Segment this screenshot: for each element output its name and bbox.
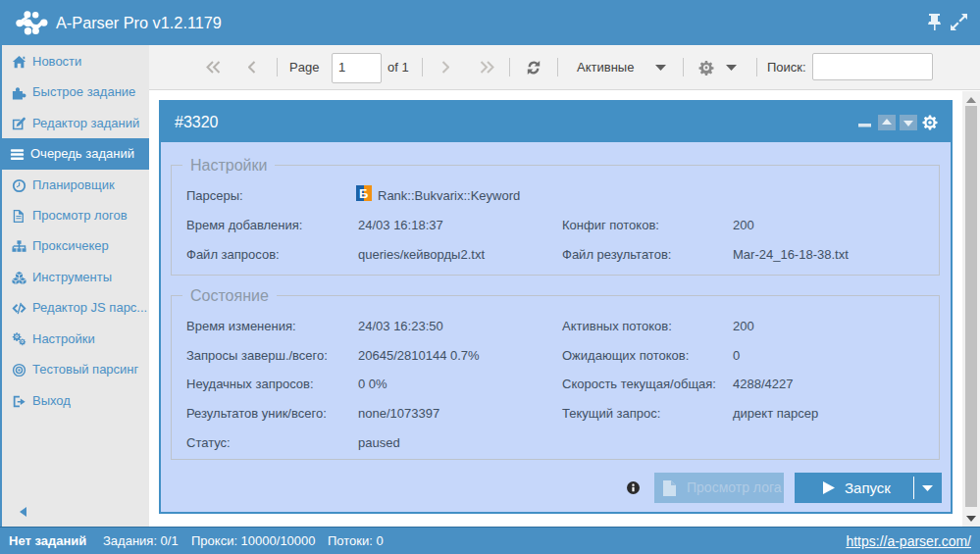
svg-text:Б: Б [359,186,368,201]
